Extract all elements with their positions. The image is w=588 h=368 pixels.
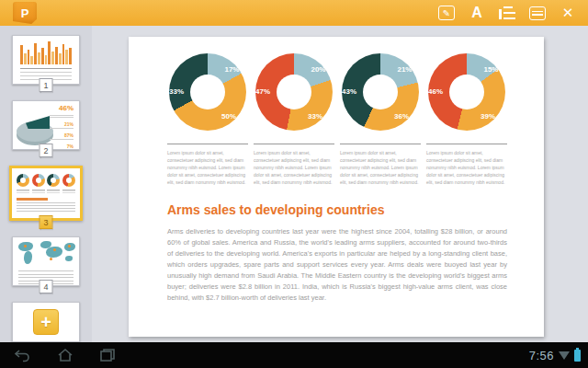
thumb-mini-donut xyxy=(17,174,29,187)
donut-chart-4: 15% 39% 46% xyxy=(428,53,505,131)
clock: 7:56 xyxy=(529,349,554,362)
list-view-button[interactable] xyxy=(526,3,548,23)
wps-presentation-logo-icon: P xyxy=(13,2,37,24)
app-toolbar: P ✎ A ✕ xyxy=(0,0,588,26)
back-button[interactable] xyxy=(13,347,33,363)
recent-apps-icon xyxy=(99,348,116,362)
wifi-icon xyxy=(559,351,570,360)
android-navigation-bar: 7:56 xyxy=(0,342,588,368)
donut-chart-row: 17% 50% 33% Lorem ipsum dolor sit amet, … xyxy=(167,53,507,186)
slide-heading: Arms sales to developing countries xyxy=(167,202,507,217)
donut-group-4: 15% 39% 46% Lorem ipsum dolor sit amet, … xyxy=(426,53,507,186)
thumb-big-percent: 46% xyxy=(59,104,74,112)
thumb-side-percents: 21% 87% 7% xyxy=(50,114,74,149)
segment-label: 39% xyxy=(481,112,495,121)
add-slide-tile[interactable]: + xyxy=(12,302,80,342)
thumb-bar-chart xyxy=(20,40,72,64)
thumb-pie-slice xyxy=(26,116,50,129)
slide-thumbnail-1[interactable]: 1 xyxy=(12,35,80,85)
donut-chart-1: 17% 50% 33% xyxy=(169,53,246,131)
font-button[interactable]: A xyxy=(466,3,488,23)
slide-number-badge: 1 xyxy=(40,78,53,92)
thumb-text-lines xyxy=(17,202,75,213)
slide-page[interactable]: 17% 50% 33% Lorem ipsum dolor sit amet, … xyxy=(129,37,544,337)
thumb-heading-line xyxy=(17,198,48,201)
add-slide-icon[interactable]: + xyxy=(33,309,59,335)
thumb-mini-donut xyxy=(47,174,60,187)
segment-label: 20% xyxy=(311,65,325,74)
thumb-mini-donut xyxy=(62,174,75,187)
donut-caption: Lorem ipsum dolor sit amet, consectetuer… xyxy=(167,144,248,186)
back-icon xyxy=(14,348,32,362)
slide-number-badge: 3 xyxy=(40,215,53,229)
slide-thumbnail-2[interactable]: 46% 21% 87% 7% 2 xyxy=(12,100,80,150)
close-button[interactable]: ✕ xyxy=(557,3,579,23)
donut-group-1: 17% 50% 33% Lorem ipsum dolor sit amet, … xyxy=(167,53,248,186)
donut-chart-3: 21% 36% 43% xyxy=(342,53,419,131)
slide-thumbnail-3-selected[interactable]: 3 xyxy=(9,166,83,221)
segment-label: 33% xyxy=(308,112,322,121)
donut-chart-2: 20% 33% 47% xyxy=(255,53,333,131)
slide-number-badge: 2 xyxy=(40,144,53,157)
home-icon xyxy=(57,348,74,362)
list-box-icon xyxy=(529,6,546,20)
segment-label: 33% xyxy=(169,87,184,96)
slide-body-text: Arms deliveries to developing countries … xyxy=(167,226,507,304)
slide-number-badge: 4 xyxy=(40,280,53,293)
donut-group-3: 21% 36% 43% Lorem ipsum dolor sit amet, … xyxy=(340,53,421,186)
segment-label: 36% xyxy=(394,112,409,121)
segment-label: 47% xyxy=(255,87,270,96)
segment-label: 50% xyxy=(221,112,236,121)
editor-canvas: 17% 50% 33% Lorem ipsum dolor sit amet, … xyxy=(92,26,588,342)
donut-caption: Lorem ipsum dolor sit amet, consectetuer… xyxy=(426,144,507,186)
recent-apps-button[interactable] xyxy=(97,347,118,363)
outline-icon xyxy=(499,6,515,19)
thumb-mini-donut xyxy=(32,174,45,187)
slide-thumbnail-4[interactable]: 4 xyxy=(12,236,80,286)
segment-label: 46% xyxy=(428,87,443,96)
segment-label: 15% xyxy=(483,65,498,74)
pencil-square-icon: ✎ xyxy=(438,6,455,20)
home-button[interactable] xyxy=(55,347,75,363)
slide-thumbnail-panel: 1 46% 21% 87% 7% 2 xyxy=(0,26,92,342)
font-a-icon: A xyxy=(471,5,482,21)
edit-button[interactable]: ✎ xyxy=(435,3,458,23)
donut-caption: Lorem ipsum dolor sit amet, consectetuer… xyxy=(340,144,421,186)
segment-label: 17% xyxy=(224,65,239,74)
outline-button[interactable] xyxy=(496,3,518,23)
battery-icon xyxy=(574,350,581,362)
donut-group-2: 20% 33% 47% Lorem ipsum dolor sit amet, … xyxy=(254,53,334,186)
segment-label: 21% xyxy=(397,65,412,74)
close-icon: ✕ xyxy=(562,5,574,21)
segment-label: 43% xyxy=(342,87,356,96)
donut-caption: Lorem ipsum dolor sit amet, consectetuer… xyxy=(254,144,334,186)
